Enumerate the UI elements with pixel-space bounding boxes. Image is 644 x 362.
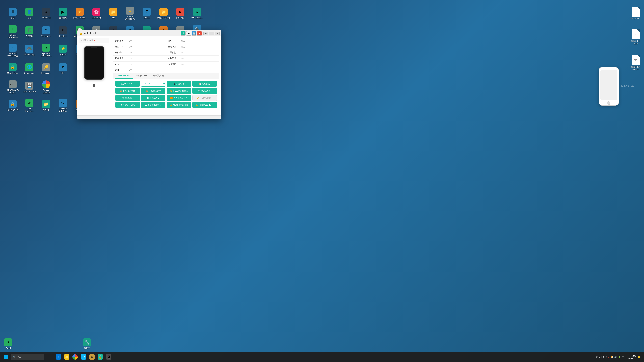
- icon-btjie[interactable]: CF-05 BTjie60是CF-05-29...: [5, 79, 20, 95]
- taskbar-app-lol[interactable]: ⚔: [88, 353, 96, 361]
- info-row-cpu: CPU N/A: [166, 38, 219, 44]
- tab-program[interactable]: 程序及其他: [150, 73, 166, 79]
- file-vid2024[interactable]: VID VID_2024...: [631, 7, 641, 19]
- info-label-phone: 电话号码: [168, 63, 180, 66]
- btn-hello-screen[interactable]: 👋 HELLO界面激活: [167, 88, 191, 94]
- icon-flash-tool[interactable]: ⚡ 烧录工具2024: [72, 5, 87, 22]
- toolbar-btn-refresh[interactable]: 🔄: [192, 31, 196, 35]
- taskbar-app-explorer[interactable]: 📁: [63, 353, 70, 361]
- btn-get-activation[interactable]: 📤 提取激活文件: [116, 88, 140, 94]
- btn-enter-system[interactable]: ⏹ 进系统固ID: [141, 95, 165, 101]
- tray-wifi[interactable]: 📶: [610, 356, 613, 358]
- info-label-sales-model: 销售型号: [168, 57, 180, 60]
- icon-label: VzrayN-卡: [42, 35, 51, 37]
- icon-zerox[interactable]: Z ZeroX: [139, 5, 154, 22]
- tab-bypass[interactable]: 12-17Bypass: [115, 73, 133, 79]
- btn-back-device[interactable]: 📱 刷新设备: [167, 81, 191, 87]
- icon-img: 🖥: [8, 8, 16, 16]
- btn-repair-icloud[interactable]: ☁ 修复iCloud通知: [141, 102, 165, 108]
- taskbar-app-chrome[interactable]: [71, 353, 79, 361]
- icon-tencent-video2[interactable]: ▶ 腾讯视频: [173, 5, 188, 22]
- taskbar-app-taskview[interactable]: ❏: [46, 353, 54, 361]
- icon-fiddler[interactable]: F Fiddler2: [55, 23, 70, 40]
- btn-reg-device[interactable]: 📋 注册设备: [192, 81, 217, 87]
- btn-delete-device[interactable]: 🗑 抹除设备: [116, 95, 140, 101]
- icon-democrate[interactable]: 🌐 democratе...: [22, 60, 37, 77]
- icon-img: Py: [42, 43, 50, 52]
- icon-howyong[interactable]: 🔧 好用套: [82, 338, 92, 350]
- toolbar-btn-stop[interactable]: ⏹: [197, 31, 202, 35]
- icon-usb64[interactable]: 💾 usb64执行exe: [22, 79, 37, 95]
- btn-one-key-change[interactable]: 🔑 一键更改分码: [192, 95, 217, 101]
- toolbar-btn-2[interactable]: ⊞: [186, 31, 191, 35]
- tab-cloud[interactable]: 云空间/OFF: [133, 73, 150, 79]
- icon-keychain[interactable]: 🔑 Keychain...: [38, 60, 54, 77]
- start-button[interactable]: [2, 353, 10, 361]
- taskbar-app-edge[interactable]: e: [54, 353, 62, 361]
- icon-re[interactable]: RE RE...: [55, 60, 70, 77]
- icon-self[interactable]: 👤 自已: [22, 5, 37, 22]
- icon-config-usb[interactable]: ⚙ Configure USB Ne...: [55, 97, 70, 114]
- icon-tencent-video[interactable]: ▶ 腾讯视频: [55, 5, 70, 22]
- notification-btn[interactable]: 🔔: [638, 356, 641, 358]
- icon-wm-usbd[interactable]: W Wm-USBD...: [190, 5, 204, 22]
- btn-enter-dfu[interactable]: ⚙ 引导进入DFU: [116, 102, 140, 108]
- tray-weather[interactable]: 27°C 小雨: [595, 356, 604, 359]
- icon-astfile[interactable]: 📁 AstFile: [38, 97, 54, 114]
- toolbar-btn-1[interactable]: ⤴: [181, 31, 186, 35]
- icon-pycharm[interactable]: Py PyCharm Communit...: [38, 42, 54, 59]
- icon-img: V: [42, 26, 50, 34]
- btn-two-net[interactable]: 📶 两网兆美出信号: [167, 95, 191, 101]
- taskbar-search-bar[interactable]: 🔍 搜索: [11, 354, 44, 360]
- icon-iunlocktool[interactable]: 🔓 iUnlockToo...: [5, 60, 20, 77]
- icon-label: MIX Ramdisk...: [23, 108, 36, 112]
- info-row-ecid: ECID N/A: [113, 61, 166, 67]
- maximize-button[interactable]: □: [209, 31, 214, 35]
- file-new-txt[interactable]: TXT 新建文本文档.txt: [631, 29, 641, 45]
- tray-battery[interactable]: 🔋: [618, 356, 621, 358]
- status-close-btn[interactable]: ✕: [94, 39, 96, 41]
- close-button[interactable]: ✕: [215, 31, 220, 35]
- btn-query-factory[interactable]: 🔍 查询工厂码: [192, 88, 217, 94]
- icon-excel[interactable]: X Excel: [3, 338, 13, 350]
- icon-vzrayn[interactable]: V VzrayN-卡: [38, 23, 54, 40]
- icon-desktop[interactable]: 🖥 桌面: [5, 5, 20, 22]
- search-placeholder-text: 搜索: [17, 356, 21, 359]
- icon-sakurafpp[interactable]: 🌸 SakuraFpp: [89, 5, 104, 22]
- icon-radmin[interactable]: 🔒 Radmin VPN: [5, 97, 20, 114]
- icon-img: MIX: [25, 99, 33, 107]
- btn-mdm-bypass[interactable]: 🔓 MDM绕过免越狱: [167, 102, 191, 108]
- btn-enter-pwndfu[interactable]: ⚙ 进入PWNDFU ✓: [116, 81, 140, 87]
- icon-label: 烧录工具2024: [74, 16, 86, 19]
- icon-macos-unlocker[interactable]: 🔓 macOS Unlocker f...: [122, 5, 138, 22]
- btn-exit-ios[interactable]: 🔓 越狱iOS15-16 ✓: [192, 102, 217, 108]
- tray-ime[interactable]: 中: [622, 356, 624, 359]
- icon-cde[interactable]: 📁 cde: [106, 5, 121, 22]
- tray-expand[interactable]: ∧: [606, 356, 607, 358]
- taskbar-app-phone[interactable]: 📱: [105, 353, 112, 361]
- btn-restore-activation[interactable]: 📥 还原激活文件: [141, 88, 165, 94]
- info-value-device-sn: N/A: [128, 57, 132, 60]
- icon-img: ▶: [176, 8, 184, 16]
- file-icon-img: TXT: [632, 29, 640, 39]
- info-row-device-sn: 设备串号 N/A: [113, 56, 166, 61]
- icon-xterminal[interactable]: X XTerminal: [38, 5, 54, 22]
- icon-wegame[interactable]: 🎮 WeGame版: [22, 42, 37, 59]
- icon-mix[interactable]: MIX MIX Ramdisk...: [22, 97, 37, 114]
- icon-new-folder[interactable]: 📁 新建文件夹(1): [156, 5, 171, 22]
- clock[interactable]: 3:43 2024/6/29: [628, 355, 636, 359]
- icon-microsoft[interactable]: M Microsoft WeGame版: [5, 42, 20, 59]
- ios-version-select[interactable]: iOS 12 iOS 13 iOS 14 iOS 15 iOS 16 iOS 1…: [141, 81, 165, 87]
- icon-label: XTerminal: [42, 16, 50, 19]
- icon-diansheng[interactable]: ⚡ 电闪8.0: [55, 42, 70, 59]
- icon-label: GeForce Experience: [6, 34, 19, 39]
- tray-volume[interactable]: 🔊: [614, 356, 617, 358]
- taskbar-app-iunlocktool[interactable]: 🔓: [96, 353, 104, 361]
- icon-google-chrome[interactable]: Google Chrome: [38, 79, 54, 95]
- file-new-txt2[interactable]: TXT 新建文本文档(2).txt: [631, 55, 641, 70]
- tray-network[interactable]: ●: [608, 356, 610, 358]
- icon-geforce[interactable]: G GeForce Experience: [5, 23, 20, 40]
- icon-qq-music[interactable]: 🎵 QQ音乐: [22, 23, 37, 40]
- taskbar-app-qq[interactable]: Q: [80, 353, 88, 361]
- minimize-button[interactable]: ─: [204, 31, 208, 35]
